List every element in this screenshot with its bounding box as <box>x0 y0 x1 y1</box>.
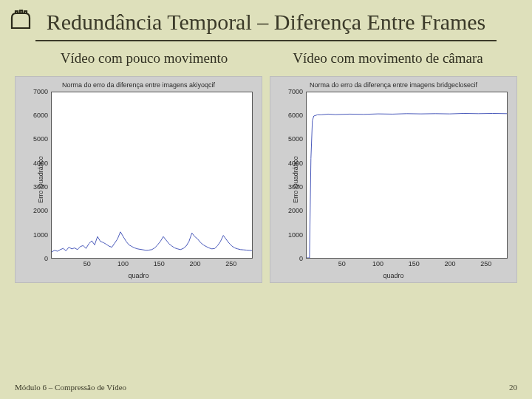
chart-right-xlabel: quadro <box>270 272 516 279</box>
chart-left-title: Norma do erro da diferença entre imagens… <box>16 81 262 89</box>
chart-right-yticks: 01000200030004000500060007000 <box>284 92 304 259</box>
footer-module: Módulo 6 – Compressão de Vídeo <box>15 383 126 392</box>
slide-title: Redundância Temporal – Diferença Entre F… <box>0 0 532 40</box>
chart-left-yticks: 01000200030004000500060007000 <box>29 92 50 259</box>
chart-right: Norma do erro da diferença entre imagens… <box>270 76 517 283</box>
chart-left: Norma do erro da diferença entre imagens… <box>15 76 262 283</box>
chart-left-plot <box>51 92 253 259</box>
chart-left-xlabel: quadro <box>16 272 262 279</box>
charts-row: Norma do erro da diferença entre imagens… <box>0 76 532 283</box>
chart-right-xticks: 50100150200250 <box>306 260 508 269</box>
subtitles-row: Vídeo com pouco movimento Vídeo com movi… <box>0 47 532 76</box>
chart-left-xticks: 50100150200250 <box>51 260 253 269</box>
chart-right-title: Norma do erro da diferença entre imagens… <box>270 81 516 89</box>
slide-footer: Módulo 6 – Compressão de Vídeo 20 <box>15 383 517 392</box>
footer-page-number: 20 <box>509 383 517 392</box>
chart-right-plot <box>306 92 508 259</box>
subtitle-left: Vídeo com pouco movimento <box>22 47 266 70</box>
subtitle-right: Vídeo com movimento de câmara <box>266 47 510 70</box>
title-underline <box>35 40 497 41</box>
slide-decor-icon <box>7 6 34 33</box>
